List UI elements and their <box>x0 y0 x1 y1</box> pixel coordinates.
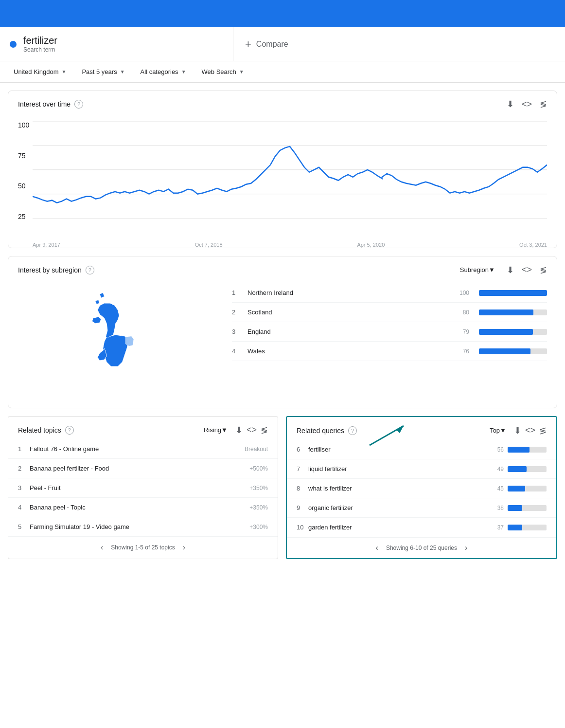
chart-x-labels: Apr 9, 2017 Oct 7, 2018 Apr 5, 2020 Oct … <box>8 240 557 248</box>
search-type-arrow-icon: ▼ <box>239 69 244 74</box>
chart-y-labels: 100 75 50 25 <box>18 121 29 220</box>
time-arrow-icon: ▼ <box>120 69 125 74</box>
region-label: United Kingdom <box>14 68 59 75</box>
subregion-rank-4: 4 <box>232 347 242 355</box>
subregion-item-4: 4 Wales 76 <box>232 342 547 361</box>
annotation-arrow-svg <box>365 421 413 450</box>
queries-filter-dropdown[interactable]: Top ▼ <box>486 425 510 436</box>
query-item-10: 10 garden fertilizer 37 <box>287 518 556 537</box>
time-label: Past 5 years <box>82 68 117 75</box>
search-bar: fertilizer Search term + Compare <box>0 27 565 61</box>
interest-chart-svg <box>33 121 547 218</box>
y-label-50: 50 <box>18 182 29 190</box>
bottom-grid: Related topics ? Rising ▼ ⬇ <> ≶ 1 Fallo… <box>8 416 557 559</box>
share-icon[interactable]: ≶ <box>540 99 547 109</box>
subregion-download-icon[interactable]: ⬇ <box>507 265 514 275</box>
topics-next-arrow[interactable]: › <box>183 543 185 552</box>
related-queries-panel: Related queries ? Top ▼ ⬇ <> ≶ 6 fertili… <box>286 416 557 559</box>
compare-label: Compare <box>256 40 288 49</box>
uk-map <box>18 283 222 400</box>
queries-next-arrow[interactable]: › <box>465 544 467 552</box>
x-label-1: Apr 9, 2017 <box>33 242 60 248</box>
subregion-dropdown-arrow: ▼ <box>489 266 495 273</box>
related-topics-help-icon[interactable]: ? <box>65 426 74 435</box>
topics-dropdown-arrow: ▼ <box>221 426 228 434</box>
search-term-text: fertilizer Search term <box>23 35 57 53</box>
queries-share-icon[interactable]: ≶ <box>539 425 547 436</box>
query-bar-8 <box>508 486 547 491</box>
subregion-bar-2 <box>479 309 547 315</box>
download-icon[interactable]: ⬇ <box>507 99 514 109</box>
subregion-name-3: England <box>247 328 449 335</box>
search-type-filter[interactable]: Web Search ▼ <box>196 65 250 78</box>
topics-embed-icon[interactable]: <> <box>247 425 257 435</box>
subregion-score-3: 79 <box>455 328 469 335</box>
subregion-content: 1 Northern Ireland 100 2 Scotland 80 3 E… <box>8 279 557 408</box>
subregion-actions: Subregion ▼ ⬇ <> ≶ <box>456 264 547 275</box>
topic-item-2: 2 Banana peel fertilizer - Food +500% <box>8 459 278 478</box>
query-bar-10 <box>508 525 547 530</box>
interest-over-time-header: Interest over time ? ⬇ <> ≶ <box>8 91 557 113</box>
subregion-embed-icon[interactable]: <> <box>522 265 532 275</box>
y-label-75: 75 <box>18 152 29 160</box>
category-label: All categories <box>141 68 178 75</box>
compare-plus-icon: + <box>245 38 251 51</box>
subregion-name-2: Scotland <box>247 309 449 316</box>
topics-filter-dropdown[interactable]: Rising ▼ <box>200 424 231 436</box>
subregion-item-3: 3 England 79 <box>232 322 547 342</box>
subregion-bar-4 <box>479 348 547 354</box>
interest-chart-area: 100 75 50 25 <box>8 113 557 240</box>
subregion-score-4: 76 <box>455 348 469 355</box>
x-label-3: Apr 5, 2020 <box>357 242 385 248</box>
queries-download-icon[interactable]: ⬇ <box>514 425 521 436</box>
search-dot <box>10 41 17 48</box>
query-bar-6 <box>508 447 547 453</box>
subregion-header: Interest by subregion ? Subregion ▼ ⬇ <>… <box>8 256 557 279</box>
subregion-item-1: 1 Northern Ireland 100 <box>232 283 547 303</box>
region-filter[interactable]: United Kingdom ▼ <box>8 65 72 78</box>
queries-embed-icon[interactable]: <> <box>525 425 535 436</box>
subregion-score-2: 80 <box>455 309 469 316</box>
query-item-9: 9 organic fertilizer 38 <box>287 498 556 518</box>
related-queries-header: Related queries ? Top ▼ ⬇ <> ≶ <box>287 417 556 440</box>
subregion-rank-2: 2 <box>232 309 242 316</box>
topics-prev-arrow[interactable]: ‹ <box>101 543 103 552</box>
uk-map-svg <box>71 278 169 405</box>
subregion-share-icon[interactable]: ≶ <box>540 265 547 275</box>
related-topics-filter: Rising ▼ ⬇ <> ≶ <box>200 424 268 436</box>
queries-prev-arrow[interactable]: ‹ <box>376 544 378 552</box>
search-type-label: Web Search <box>202 68 236 75</box>
related-queries-help-icon[interactable]: ? <box>348 426 357 435</box>
time-filter[interactable]: Past 5 years ▼ <box>76 65 130 78</box>
subregion-dropdown[interactable]: Subregion ▼ <box>456 264 499 275</box>
interest-over-time-help-icon[interactable]: ? <box>74 100 83 109</box>
topics-download-icon[interactable]: ⬇ <box>235 425 243 436</box>
subregion-item-2: 2 Scotland 80 <box>232 303 547 322</box>
subregion-name-1: Northern Ireland <box>247 289 449 296</box>
subregion-rank-3: 3 <box>232 328 242 335</box>
search-term-section: fertilizer Search term <box>0 27 233 61</box>
interest-by-subregion-section: Interest by subregion ? Subregion ▼ ⬇ <>… <box>8 256 557 408</box>
topics-footer: ‹ Showing 1-5 of 25 topics › <box>8 537 278 558</box>
topics-share-icon[interactable]: ≶ <box>261 425 268 436</box>
x-label-4: Oct 3, 2021 <box>519 242 547 248</box>
interest-over-time-actions: ⬇ <> ≶ <box>507 99 547 109</box>
subregion-title: Interest by subregion ? <box>18 266 94 274</box>
x-label-2: Oct 7, 2018 <box>195 242 223 248</box>
subregion-bar-3 <box>479 329 547 335</box>
svg-marker-6 <box>396 426 404 433</box>
category-filter[interactable]: All categories ▼ <box>135 65 192 78</box>
top-bar <box>0 0 565 27</box>
subregion-score-1: 100 <box>455 290 469 296</box>
search-term-type: Search term <box>23 46 57 53</box>
topic-item-5: 5 Farming Simulator 19 - Video game +300… <box>8 517 278 537</box>
query-item-6: 6 fertiliser 56 <box>287 440 556 459</box>
subregion-bar-1 <box>479 290 547 296</box>
related-topics-title: Related topics ? <box>18 426 74 435</box>
subregion-help-icon[interactable]: ? <box>86 266 94 274</box>
topic-item-3: 3 Peel - Fruit +350% <box>8 478 278 498</box>
category-arrow-icon: ▼ <box>181 69 186 74</box>
subregion-rank-1: 1 <box>232 289 242 296</box>
compare-button[interactable]: + Compare <box>233 27 565 61</box>
embed-icon[interactable]: <> <box>522 99 532 109</box>
